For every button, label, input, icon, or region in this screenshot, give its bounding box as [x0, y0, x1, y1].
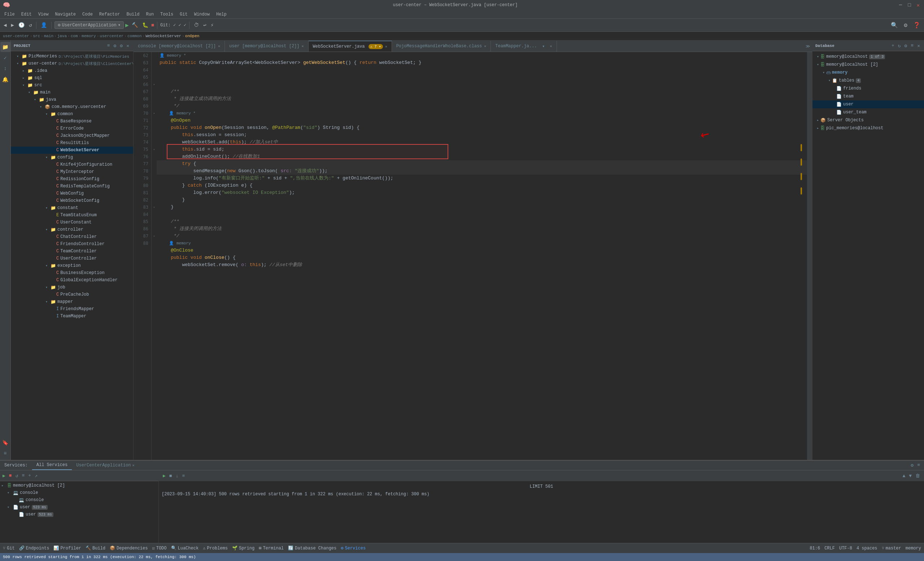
tree-item-usercontroller[interactable]: ▸ C UserController [11, 255, 133, 262]
tab-console-close[interactable]: ✕ [218, 44, 220, 48]
run-button[interactable]: ▶ [125, 22, 129, 29]
tree-item-redission[interactable]: ▸ C RedissionConfig [11, 176, 133, 183]
tree-item-mapper[interactable]: ▾ 📁 mapper [11, 298, 133, 305]
toolbar-back-btn[interactable]: ◀ [2, 21, 8, 29]
breadcrumb-onopen[interactable]: onOpen [185, 34, 200, 38]
db-item-friends[interactable]: 📄 friends [813, 84, 924, 92]
status-encoding[interactable]: UTF-8 [839, 546, 852, 551]
toolbar-undo-btn[interactable]: ↩ [202, 21, 207, 29]
db-close-btn[interactable]: ✕ [916, 43, 921, 49]
service-tree-console[interactable]: ▾ 💻 console [0, 489, 159, 496]
breadcrumb-project[interactable]: user-center [3, 34, 29, 38]
tree-item-exception[interactable]: ▾ 📁 exception [11, 262, 133, 269]
db-output-stop-btn[interactable]: ■ [168, 473, 173, 479]
menu-code[interactable]: Code [80, 11, 96, 18]
db-output-filter-btn[interactable]: ≡ [181, 473, 186, 479]
activity-pull-requests[interactable]: ↕ [0, 63, 10, 74]
maximize-button[interactable]: □ [906, 2, 912, 8]
minimize-button[interactable]: ─ [898, 2, 903, 8]
db-add-btn[interactable]: + [890, 43, 896, 49]
toolbar-user-btn[interactable]: 👤 [39, 21, 48, 29]
action-endpoints[interactable]: 🔗 Endpoints [19, 546, 50, 551]
db-output-scrolldown-btn[interactable]: ▼ [908, 473, 913, 479]
tree-item-teamcontroller[interactable]: ▸ C TeamController [11, 248, 133, 255]
tree-item-src[interactable]: ▾ 📁 src [11, 82, 133, 89]
tabs-overflow-btn[interactable]: ≫ [804, 41, 812, 52]
tree-item-constant[interactable]: ▾ 📁 constant [11, 204, 133, 212]
tree-item-websocketconfig[interactable]: ▸ C WebSocketConfig [11, 197, 133, 204]
project-settings-btn[interactable]: ⚙ [112, 43, 118, 49]
tree-item-common[interactable]: ▾ 📁 common [11, 111, 133, 118]
close-button[interactable]: ✕ [915, 2, 921, 8]
tab-teammapper[interactable]: TeamMapper.ja... ▾ ✕ [491, 41, 556, 52]
tree-item-main[interactable]: ▾ 📁 main [11, 89, 133, 96]
breadcrumb-src[interactable]: src [33, 34, 40, 38]
service-tree-user-sub[interactable]: 📄 user 523 ms [0, 511, 159, 518]
tree-item-precachejob[interactable]: ▸ C PreCacheJob [11, 291, 133, 298]
breadcrumb-websocketserver[interactable]: WebSocketServer [146, 34, 181, 38]
memory-indicator[interactable]: memory [906, 546, 921, 551]
action-services[interactable]: ⚙ Services [341, 546, 366, 551]
service-run-btn[interactable]: ▶ [2, 472, 6, 479]
status-position[interactable]: 81:6 [810, 546, 820, 551]
breadcrumb-usercenter[interactable]: usercenter [100, 34, 123, 38]
tab-pojo-close[interactable]: ✕ [484, 44, 486, 48]
project-close-btn[interactable]: ✕ [125, 43, 130, 49]
db-filter-btn[interactable]: ≡ [910, 43, 915, 49]
activity-notifications[interactable]: 🔔 [0, 74, 10, 84]
tab-websocketserver-close[interactable]: ✕ [385, 44, 387, 49]
activity-project[interactable]: 📁 [0, 42, 10, 52]
action-todo[interactable]: ☑ TODO [152, 546, 166, 551]
tree-item-resultutils[interactable]: ▸ C ResultUtils [11, 140, 133, 147]
fold-62[interactable] [152, 52, 157, 59]
tab-pojo[interactable]: PojoMessageHandlerWholeBase.class ✕ [392, 41, 491, 52]
tab-teammapper-close[interactable]: ✕ [550, 44, 552, 48]
menu-help[interactable]: Help [213, 11, 230, 18]
tree-item-java[interactable]: ▾ 📁 java [11, 96, 133, 103]
service-stop-btn[interactable]: ■ [8, 472, 13, 479]
action-build[interactable]: 🔨 Build [86, 546, 105, 551]
db-output-export-btn[interactable]: ↓ [175, 473, 180, 479]
db-item-picmemories[interactable]: ▸ 🗄 pic_memories@localhost [813, 124, 924, 132]
toolbar-history-btn[interactable]: ⏱ [192, 22, 200, 29]
action-dependencies[interactable]: 📦 Dependencies [110, 546, 148, 551]
service-jump-btn[interactable]: ↗ [34, 472, 39, 479]
tree-item-webconfig[interactable]: ▸ C WebConfig [11, 190, 133, 197]
run-config-selector[interactable]: ⚙ UserCenterApplication ▾ [54, 21, 124, 29]
tab-more-btn[interactable]: ▾ [539, 41, 548, 52]
tree-item-bizex[interactable]: ▸ C BusinessException [11, 269, 133, 276]
service-filter-btn[interactable]: ≡ [21, 472, 26, 479]
tree-item-websocketserver[interactable]: ▸ C WebSocketServer [11, 147, 133, 154]
tree-item-idea[interactable]: ▸ 📁 .idea [11, 67, 133, 74]
menu-refactor[interactable]: Refactor [96, 11, 123, 18]
db-output-trash-btn[interactable]: 🗑 [914, 473, 921, 479]
menu-window[interactable]: Window [191, 11, 213, 18]
action-profiler[interactable]: 📊 Profiler [53, 546, 81, 551]
db-item-memory2[interactable]: ▾ 🗄 memory@localhost [2] [813, 61, 924, 69]
tree-item-friendsmapper[interactable]: ▸ I FriendsMapper [11, 305, 133, 313]
stop-button[interactable]: ■ [151, 22, 154, 28]
breadcrumb-com[interactable]: com [71, 34, 78, 38]
project-filter-btn[interactable]: ≡ [106, 43, 111, 49]
tree-item-baseresponse[interactable]: ▸ C BaseResponse [11, 118, 133, 125]
toolbar-forward-btn[interactable]: ▶ [9, 21, 15, 29]
tree-item-com[interactable]: ▾ 📦 com.memory.usercenter [11, 103, 133, 111]
service-tree-user[interactable]: ▾ 📄 user 523 ms [0, 504, 159, 511]
status-indent[interactable]: 4 spaces [856, 546, 878, 551]
tree-item-teammapper[interactable]: ▸ I TeamMapper [11, 313, 133, 320]
services-gear-btn[interactable]: ≡ [916, 462, 921, 469]
tree-item-sql[interactable]: ▸ 📁 sql [11, 74, 133, 82]
tree-item-picmemories[interactable]: ▾ 📁 PicMemories D:\Project\星球项目\PicMemor… [11, 53, 133, 60]
tab-user[interactable]: user [memory@localhost [2]] ✕ [225, 41, 308, 52]
toolbar-translate-btn[interactable]: ⚡ [209, 21, 215, 29]
service-add-btn[interactable]: + [27, 472, 32, 479]
tree-item-chatcontroller[interactable]: ▸ C ChatController [11, 233, 133, 240]
help-btn[interactable]: ❓ [912, 21, 922, 30]
db-item-schema[interactable]: ▾ 🗃 memory [813, 69, 924, 76]
tab-websocketserver[interactable]: WebSocketServer.java ⚠ 7 ▾ ✕ [309, 41, 392, 52]
action-git[interactable]: ⑂ Git [3, 546, 15, 551]
services-tab-app[interactable]: UserCenterApplication ✕ [72, 460, 139, 470]
menu-build[interactable]: Build [123, 11, 142, 18]
fold-75[interactable]: ▾ [152, 146, 157, 153]
tree-item-job[interactable]: ▾ 📁 job [11, 284, 133, 291]
